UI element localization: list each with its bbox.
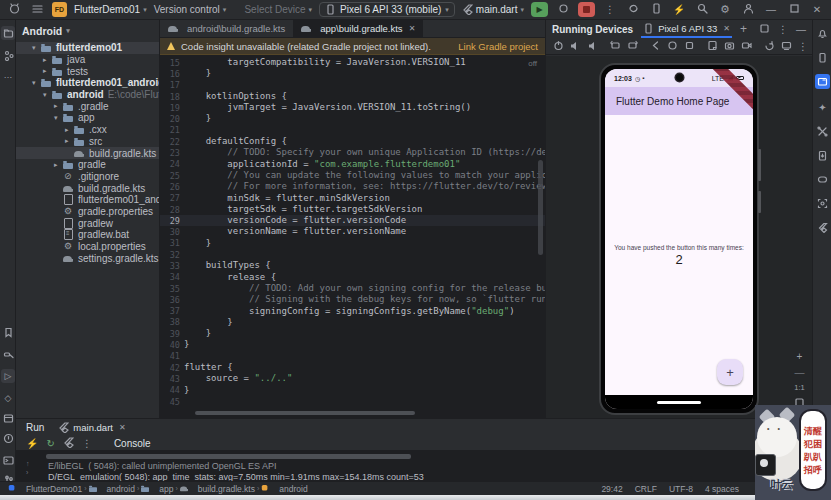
tree-item[interactable]: .gitignore [16,171,159,183]
tree-item[interactable]: ▾flutterdemo01 [16,42,159,54]
run-tab-main-dart[interactable]: main.dart ✕ [58,422,125,433]
tree-item[interactable]: ▸.cxx [16,124,159,136]
code-line[interactable]: 15 targetCompatibility = JavaVersion.VER… [160,57,545,68]
run-tool-icon[interactable]: ▷ [1,369,15,383]
tab-android-build-gradle[interactable]: android\build.gradle.kts [160,20,293,37]
chevron-down-icon[interactable]: ▾ [43,91,52,99]
camera-icon[interactable] [724,40,735,53]
code-line[interactable]: 24 applicationId = "com.example.flutterd… [160,159,545,170]
chevron-down-icon[interactable]: ▾ [32,79,41,87]
device-explorer-icon[interactable] [815,148,830,163]
close-icon[interactable]: ✕ [119,423,126,432]
zoom-level-label[interactable]: 1:1 [794,383,804,392]
minimize-button[interactable]: — [763,4,779,15]
fab-increment-button[interactable]: + [717,359,743,385]
code-line[interactable]: 18 kotlinOptions { [160,91,545,102]
notifications-bell-icon[interactable] [815,26,830,41]
stop-button[interactable] [578,2,595,17]
code-line[interactable]: 25 // You can update the following value… [160,170,545,181]
hot-restart-icon[interactable]: ↻ [46,438,54,449]
rotate-right-icon[interactable] [627,40,638,53]
home-indicator[interactable] [657,401,701,404]
snapshot-icon[interactable] [764,40,775,53]
breadcrumb-item[interactable]: android [261,483,307,494]
tree-item[interactable]: ▸tests [16,65,159,77]
console-area[interactable]: ↑ › E/libEGL ( 5048): called unimplement… [16,451,812,481]
build-icon[interactable] [1,347,15,361]
chevron-right-icon[interactable]: ▸ [54,102,63,110]
screenshot-icon[interactable] [707,40,718,53]
code-line[interactable]: 16 } [160,68,545,79]
caret-position-widget[interactable]: 29:42 [601,484,622,494]
select-device-dropdown[interactable]: Select Device ▾ [244,4,312,15]
code-line[interactable]: 29 versionCode = flutter.versionCode [160,215,545,226]
tree-item[interactable]: build.gradle.kts [16,147,159,159]
code-line[interactable]: 30 versionName = flutter.versionName [160,226,545,237]
lightning-icon[interactable]: ⚡ [671,4,687,15]
home-icon[interactable] [667,40,678,53]
code-line[interactable]: 22 defaultConfig { [160,136,545,147]
tree-item[interactable]: gradlew [16,217,159,229]
code-line[interactable]: 34 release { [160,272,545,283]
debug-icon[interactable] [555,3,571,16]
close-button[interactable]: ✕ [809,4,825,15]
devtools-icon[interactable] [63,437,74,450]
main-menu-icon[interactable] [29,3,45,16]
app-quality-insights-icon[interactable] [815,124,830,139]
new-device-tab-button[interactable]: + [740,22,747,36]
tree-item[interactable]: local.properties [16,241,159,253]
device-manager-icon[interactable] [815,50,830,65]
tree-item[interactable]: ▸.gradle [16,100,159,112]
breadcrumb-item[interactable]: FlutterDemo01 [8,483,82,494]
more-icon[interactable]: ⋮ [778,24,788,35]
close-icon[interactable]: ✕ [723,24,730,33]
more-tool-windows-icon[interactable]: … [1,68,15,82]
console-horizontal-scrollbar[interactable] [46,454,411,459]
float-window-icon[interactable] [759,23,770,36]
more-icon[interactable]: ⋮ [82,438,92,449]
phone-screen[interactable]: 12:03 ◷ ▪ LTE Flutter Demo Home Page You… [605,69,753,409]
code-line[interactable]: 41 [160,351,545,362]
hide-panel-icon[interactable]: — [796,24,806,35]
chevron-right-icon[interactable]: ▸ [43,56,52,64]
code-line[interactable]: 19 jvmTarget = JavaVersion.VERSION_11.to… [160,102,545,113]
code-line[interactable]: 28 targetSdk = flutter.targetSdkVersion [160,204,545,215]
code-line[interactable]: 40} [160,339,545,350]
tree-item[interactable]: ▾app [16,112,159,124]
breadcrumb-item[interactable]: android [89,483,135,494]
device-tab-pixel6[interactable]: Pixel 6 API 33 ✕ [641,20,732,38]
console-view-tab[interactable]: Console [114,438,151,449]
analysis-status-widget[interactable]: off [528,59,537,68]
tree-item[interactable]: gradle.properties [16,206,159,218]
breadcrumb-item[interactable]: build.gradle.kts [180,483,255,494]
volume-up-icon[interactable] [570,40,581,53]
code-line[interactable]: 26 // For more information, see: https:/… [160,181,545,192]
tree-item[interactable]: ▸java [16,54,159,66]
project-tool-icon[interactable] [1,26,15,40]
chevron-right-icon[interactable]: ▸ [43,67,52,75]
problems-icon[interactable] [1,431,15,445]
profile-icon[interactable] [740,3,756,16]
rotate-left-icon[interactable] [610,40,621,53]
code-line[interactable]: 32 [160,249,545,260]
close-icon[interactable]: ✕ [409,24,416,33]
code-line[interactable]: 31 } [160,238,545,249]
flutter-inspector-icon[interactable]: ◇ [1,391,15,405]
device-dropdown[interactable]: Pixel 6 API 33 (mobile) ▾ [319,2,455,17]
logcat-icon[interactable] [815,172,830,187]
volume-down-icon[interactable] [587,40,598,53]
run-button[interactable]: ▶ [531,2,548,17]
project-selector[interactable]: FlutterDemo01 ▾ [74,4,147,15]
tab-app-build-gradle[interactable]: app\build.gradle.kts ✕ [293,20,423,37]
code-line[interactable]: 33 buildTypes { [160,260,545,271]
tree-item[interactable]: build.gradle.kts [16,182,159,194]
overview-icon[interactable] [684,40,695,53]
code-line[interactable]: 45 [160,396,545,407]
sync-gradle-icon[interactable] [625,3,641,16]
arrow-up-icon[interactable]: ↑ [26,460,30,467]
bookmarks-icon[interactable] [1,325,15,339]
maximize-button[interactable] [786,3,802,16]
breadcrumb-item[interactable]: app [141,483,173,494]
arrow-down-icon[interactable]: › [26,469,30,476]
commit-tool-icon[interactable] [1,48,15,62]
